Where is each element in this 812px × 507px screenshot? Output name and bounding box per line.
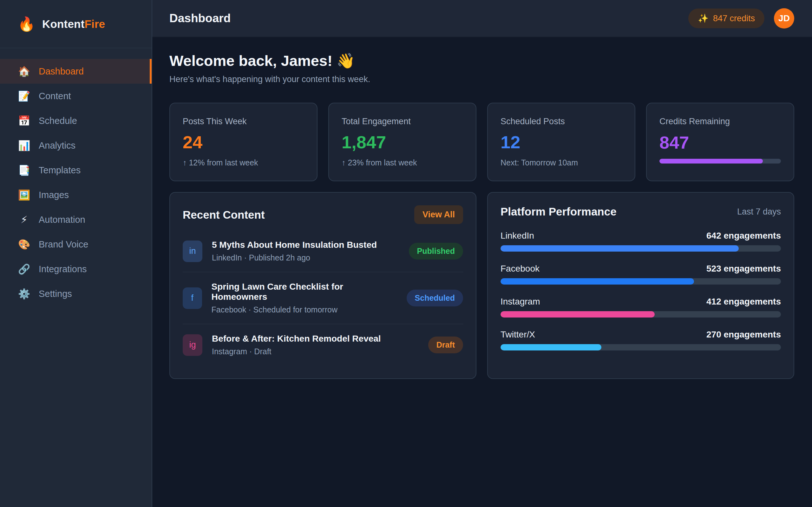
framed-picture-icon: 🖼️ bbox=[18, 189, 31, 201]
stat-value: 1,847 bbox=[342, 133, 463, 151]
content-area: Welcome back, James! 👋 Here's what's hap… bbox=[152, 38, 812, 379]
instagram-icon: ig bbox=[183, 334, 202, 356]
performance-line: Facebook 523 engagements bbox=[501, 264, 781, 274]
performance-line: Instagram 412 engagements bbox=[501, 297, 781, 307]
status-badge-scheduled: Scheduled bbox=[407, 290, 463, 306]
recent-content-title: Recent Content bbox=[183, 209, 265, 221]
performance-bar-fill bbox=[501, 311, 655, 318]
sidebar-nav: 🏠 Dashboard 📝 Content 📅 Schedule 📊 Analy… bbox=[0, 48, 152, 306]
top-bar: Dashboard ✨ 847 credits JD bbox=[152, 0, 812, 38]
sidebar-item-analytics[interactable]: 📊 Analytics bbox=[0, 133, 152, 158]
sidebar-item-brand-voice[interactable]: 🎨 Brand Voice bbox=[0, 232, 152, 257]
engagement-value: 412 engagements bbox=[706, 297, 781, 307]
app-name-primary: Kontent bbox=[42, 18, 85, 30]
app-name-accent: Fire bbox=[85, 18, 105, 30]
status-badge-draft: Draft bbox=[428, 337, 463, 353]
status-badge-published: Published bbox=[409, 243, 463, 260]
stat-label: Posts This Week bbox=[183, 117, 304, 126]
performance-bar-fill bbox=[501, 245, 739, 251]
platform-performance-panel: Platform Performance Last 7 days LinkedI… bbox=[487, 192, 794, 379]
stat-label: Scheduled Posts bbox=[501, 117, 622, 126]
engagement-value: 270 engagements bbox=[706, 330, 781, 340]
stat-value: 24 bbox=[183, 133, 304, 151]
avatar[interactable]: JD bbox=[774, 8, 794, 29]
engagement-value: 523 engagements bbox=[706, 264, 781, 274]
stat-label: Credits Remaining bbox=[659, 117, 781, 126]
view-all-button[interactable]: View All bbox=[414, 205, 463, 224]
engagement-value: 642 engagements bbox=[706, 231, 781, 241]
platform-label: LinkedIn bbox=[501, 231, 534, 241]
platform-label: Instagram bbox=[501, 297, 540, 307]
sparkles-icon: ✨ bbox=[698, 13, 709, 23]
credits-badge[interactable]: ✨ 847 credits bbox=[688, 9, 764, 28]
content-title: Spring Lawn Care Checklist for Homeowner… bbox=[212, 282, 397, 302]
calendar-icon: 📅 bbox=[18, 115, 31, 127]
wave-icon: 👋 bbox=[337, 52, 355, 69]
sidebar-item-integrations[interactable]: 🔗 Integrations bbox=[0, 257, 152, 281]
sidebar-item-automation[interactable]: ⚡ Automation bbox=[0, 207, 152, 232]
sidebar-item-label: Images bbox=[39, 190, 69, 200]
stat-card-credits-remaining: Credits Remaining 847 bbox=[646, 103, 794, 181]
stat-card-scheduled-posts: Scheduled Posts 12 Next: Tomorrow 10am bbox=[487, 103, 635, 181]
stat-note: Next: Tomorrow 10am bbox=[501, 158, 622, 167]
sidebar-item-label: Analytics bbox=[39, 140, 75, 151]
sidebar-item-schedule[interactable]: 📅 Schedule bbox=[0, 108, 152, 133]
content-row-linkedin[interactable]: in 5 Myths About Home Insulation Busted … bbox=[183, 230, 463, 272]
sidebar-item-templates[interactable]: 📑 Templates bbox=[0, 158, 152, 182]
performance-bar-fill bbox=[501, 344, 601, 350]
sidebar-item-label: Schedule bbox=[39, 116, 77, 126]
performance-row-twitter: Twitter/X 270 engagements bbox=[501, 330, 781, 350]
platform-label: Facebook bbox=[501, 264, 540, 274]
sidebar-item-label: Settings bbox=[39, 289, 72, 299]
stat-label: Total Engagement bbox=[342, 117, 463, 126]
sidebar-item-content[interactable]: 📝 Content bbox=[0, 83, 152, 108]
performance-bar-track bbox=[501, 344, 781, 350]
page-title: Dashboard bbox=[169, 12, 231, 25]
content-row-instagram[interactable]: ig Before & After: Kitchen Remodel Revea… bbox=[183, 324, 463, 366]
content-meta: Facebook · Scheduled for tomorrow bbox=[212, 305, 397, 314]
stats-row: Posts This Week 24 ↑ 12% from last week … bbox=[169, 103, 794, 181]
sidebar-item-images[interactable]: 🖼️ Images bbox=[0, 182, 152, 207]
lightning-icon: ⚡ bbox=[18, 214, 31, 226]
stat-note: ↑ 12% from last week bbox=[183, 158, 304, 167]
palette-icon: 🎨 bbox=[18, 239, 31, 250]
credits-progress-fill bbox=[659, 159, 763, 164]
performance-row-instagram: Instagram 412 engagements bbox=[501, 297, 781, 318]
content-row-facebook[interactable]: f Spring Lawn Care Checklist for Homeown… bbox=[183, 272, 463, 324]
stat-value: 847 bbox=[659, 134, 781, 152]
credits-progress-track bbox=[659, 159, 781, 164]
platform-performance-header: Platform Performance Last 7 days bbox=[501, 205, 781, 218]
linkedin-icon: in bbox=[183, 240, 202, 262]
bar-chart-icon: 📊 bbox=[18, 140, 31, 152]
stat-card-posts-this-week: Posts This Week 24 ↑ 12% from last week bbox=[169, 103, 317, 181]
performance-bar-track bbox=[501, 278, 781, 285]
sidebar-item-label: Automation bbox=[39, 215, 85, 225]
content-row-texts: 5 Myths About Home Insulation Busted Lin… bbox=[212, 240, 377, 262]
performance-row-linkedin: LinkedIn 642 engagements bbox=[501, 231, 781, 251]
bottom-row: Recent Content View All in 5 Myths About… bbox=[169, 192, 794, 379]
gear-icon: ⚙️ bbox=[18, 288, 31, 300]
content-row-texts: Before & After: Kitchen Remodel Reveal I… bbox=[212, 334, 381, 356]
content-meta: LinkedIn · Published 2h ago bbox=[212, 253, 377, 262]
sidebar-item-settings[interactable]: ⚙️ Settings bbox=[0, 281, 152, 306]
app-logo: 🔥 KontentFire bbox=[0, 0, 152, 48]
stat-value: 12 bbox=[501, 133, 622, 151]
app-name: KontentFire bbox=[42, 18, 105, 31]
flame-icon: 🔥 bbox=[18, 17, 35, 31]
performance-bar-fill bbox=[501, 278, 694, 285]
sidebar-item-label: Content bbox=[39, 91, 71, 101]
performance-bar-track bbox=[501, 311, 781, 318]
sidebar-item-label: Brand Voice bbox=[39, 239, 88, 250]
platform-label: Twitter/X bbox=[501, 330, 535, 340]
performance-row-facebook: Facebook 523 engagements bbox=[501, 264, 781, 285]
recent-content-list: in 5 Myths About Home Insulation Busted … bbox=[183, 230, 463, 366]
memo-icon: 📝 bbox=[18, 90, 31, 102]
content-title: Before & After: Kitchen Remodel Reveal bbox=[212, 334, 381, 344]
content-title: 5 Myths About Home Insulation Busted bbox=[212, 240, 377, 250]
facebook-icon: f bbox=[183, 287, 202, 309]
performance-bar-track bbox=[501, 245, 781, 251]
sidebar-item-label: Templates bbox=[39, 165, 81, 176]
content-row-texts: Spring Lawn Care Checklist for Homeowner… bbox=[212, 282, 397, 314]
stat-note: ↑ 23% from last week bbox=[342, 158, 463, 167]
sidebar-item-dashboard[interactable]: 🏠 Dashboard bbox=[0, 59, 152, 83]
